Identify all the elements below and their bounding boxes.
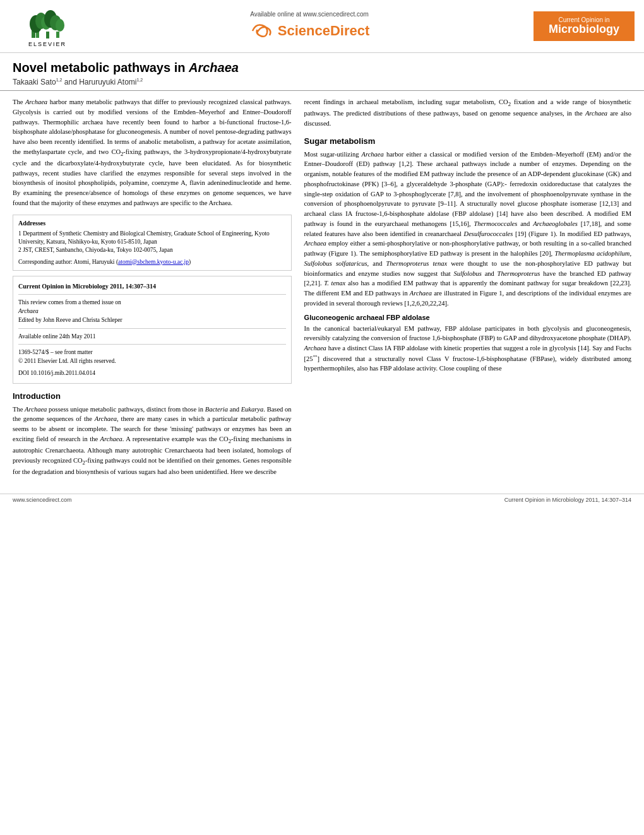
- elsevier-tree-icon: [28, 5, 66, 40]
- email-link[interactable]: atomi@sbchem.kyoto-u.ac.jp: [118, 259, 189, 265]
- sugar-metabolism-text: Most sugar-utilizing Archaea harbor eith…: [304, 150, 631, 309]
- address-1: 1 Department of Synthetic Chemistry and …: [18, 230, 286, 247]
- elsevier-logo: ELSEVIER: [9, 5, 85, 47]
- intro-text: The Archaea possess unique metabolic pat…: [13, 405, 292, 477]
- right-column: recent findings in archaeal metabolism, …: [304, 91, 631, 481]
- article-body: The Archaea harbor many metabolic pathwa…: [0, 91, 644, 481]
- info-divider-3: [18, 344, 286, 345]
- sugar-metabolism-heading: Sugar metabolism: [304, 136, 631, 146]
- copyright-line: © 2011 Elsevier Ltd. All rights reserved…: [18, 357, 286, 365]
- corresponding-label: Corresponding author: Atomi, Haruyuki (: [18, 259, 118, 265]
- elsevier-label: ELSEVIER: [28, 41, 66, 47]
- author-name1: Takaaki Sato: [13, 78, 56, 86]
- available-text: Available online at www.sciencedirect.co…: [250, 11, 369, 18]
- info-divider-2: [18, 328, 286, 329]
- svg-rect-8: [46, 32, 49, 38]
- recent-findings-text: recent findings in archaeal metabolism, …: [304, 97, 631, 129]
- article-title-italic: Archaea: [189, 61, 239, 74]
- author-and: and Haruruyuki Atomi: [62, 78, 136, 86]
- corresponding-author: Corresponding author: Atomi, Haruyuki (a…: [18, 258, 286, 266]
- addresses-title: Addresses: [18, 219, 286, 228]
- issn-line: 1369-5274/$ – see front matter: [18, 348, 286, 357]
- sd-icon: [249, 20, 275, 42]
- abstract-paragraph: The Archaea harbor many metabolic pathwa…: [13, 97, 292, 208]
- author-sup2: 1,2: [137, 78, 143, 82]
- info-divider: [18, 294, 286, 295]
- svg-rect-9: [56, 32, 59, 38]
- themed-issue-line1: This review comes from a themed issue on: [18, 298, 286, 307]
- edited-by-line: Edited by John Reeve and Christa Schlepe…: [18, 316, 286, 324]
- journal-badge: Current Opinion in Microbiology: [534, 11, 635, 41]
- page-footer: www.sciencedirect.com Current Opinion in…: [0, 494, 644, 506]
- author-sup1: 1,2: [56, 78, 63, 82]
- article-title-prefix: Novel metabolic pathways in: [13, 61, 189, 74]
- address-2: 2 JST, CREST, Sanbancho, Chiyoda-ku, Tok…: [18, 246, 286, 254]
- gluco-fbp-text: In the canonical bacterial/eukaryal EM p…: [304, 324, 631, 374]
- article-title: Novel metabolic pathways in Archaea: [13, 61, 631, 75]
- footer-left: www.sciencedirect.com: [13, 497, 72, 503]
- svg-point-7: [56, 19, 64, 32]
- citation-title: Current Opinion in Microbiology 2011, 14…: [18, 281, 286, 291]
- addresses-box: Addresses 1 Department of Synthetic Chem…: [13, 215, 292, 271]
- sciencedirect-logo: ScienceDirect: [249, 20, 370, 42]
- available-online: Available online 24th May 2011: [18, 332, 286, 341]
- footer-right: Current Opinion in Microbiology 2011, 14…: [504, 497, 631, 503]
- article-authors: Takaaki Sato1,2 and Haruruyuki Atomi1,2: [13, 78, 631, 86]
- corresponding-close: ): [189, 259, 191, 265]
- themed-issue-archaea: Archaea: [18, 307, 286, 316]
- journal-title: Microbiology: [541, 23, 627, 36]
- article-header: Novel metabolic pathways in Archaea Taka…: [0, 53, 644, 91]
- sciencedirect-label: ScienceDirect: [278, 23, 370, 39]
- archaea-label: Archaea: [18, 308, 39, 314]
- sciencedirect-area: Available online at www.sciencedirect.co…: [249, 11, 370, 42]
- gluco-fbp-heading: Gluconeogenic archaeal FBP aldolase: [304, 314, 631, 321]
- info-box: Current Opinion in Microbiology 2011, 14…: [13, 276, 292, 384]
- page-header: ELSEVIER Available online at www.science…: [0, 0, 644, 53]
- elsevier-logo-area: ELSEVIER: [9, 5, 85, 47]
- doi-line: DOI 10.1016/j.mib.2011.04.014: [18, 369, 286, 377]
- intro-heading: Introduction: [13, 391, 292, 401]
- left-column: The Archaea harbor many metabolic pathwa…: [13, 91, 292, 481]
